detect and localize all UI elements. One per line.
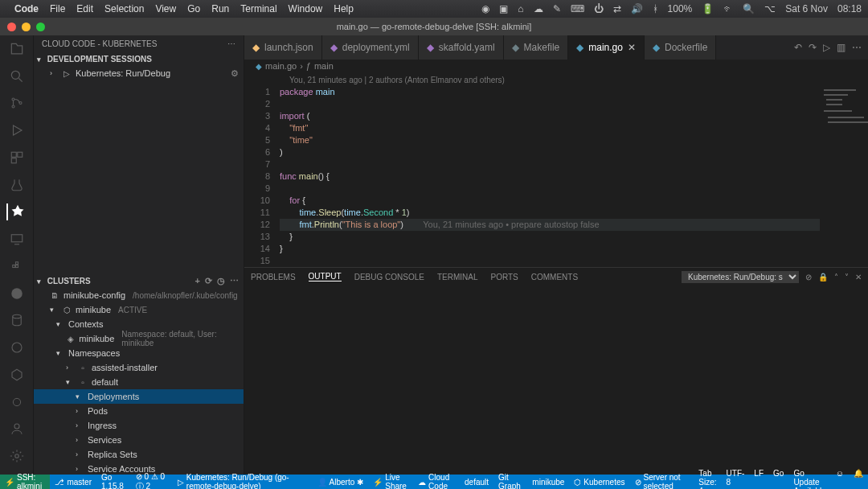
docker-icon[interactable]: [7, 257, 27, 275]
maximize-window[interactable]: [36, 23, 45, 31]
go-fwd-icon[interactable]: ↷: [809, 42, 817, 53]
battery[interactable]: 100%: [668, 3, 693, 14]
explorer-icon[interactable]: [7, 40, 27, 58]
panel-tab-debug[interactable]: DEBUG CONSOLE: [354, 273, 424, 281]
tray-icon[interactable]: ✎: [553, 3, 561, 14]
close-icon[interactable]: ✕: [855, 273, 862, 281]
tray-icon[interactable]: ⇄: [613, 3, 621, 14]
eol[interactable]: LF: [749, 469, 768, 478]
more-icon[interactable]: ⋯: [230, 276, 239, 286]
volume-icon[interactable]: 🔊: [631, 3, 643, 14]
panel-tab-ports[interactable]: PORTS: [491, 273, 518, 281]
editor-tab[interactable]: ◆Makefile: [504, 35, 569, 60]
resource-deployments[interactable]: ▾Deployments: [34, 389, 244, 404]
editor-tab[interactable]: ◆Dockerfile: [645, 35, 716, 60]
output-channel-select[interactable]: Kubernetes: Run/Debug: s: [682, 271, 799, 283]
test-icon[interactable]: [7, 176, 27, 194]
breadcrumb[interactable]: ◆ main.go › ƒ main: [244, 60, 868, 74]
cloud-code-status[interactable]: ☁ Cloud Code: [413, 475, 460, 489]
chevron-up-icon[interactable]: ˄: [834, 273, 838, 281]
tray-icon[interactable]: ◉: [481, 3, 489, 14]
menu-terminal[interactable]: Terminal: [240, 3, 276, 14]
user-status[interactable]: 👤 Alberto✱: [313, 475, 369, 489]
notifications-icon[interactable]: 🔔: [849, 469, 868, 478]
add-icon[interactable]: +: [195, 276, 200, 286]
gear-icon[interactable]: ⚙: [231, 68, 239, 79]
db-icon[interactable]: [7, 312, 27, 330]
server-status[interactable]: ⊘ Server not selected: [630, 475, 694, 489]
encoding[interactable]: UTF-8: [722, 469, 750, 487]
feedback-icon[interactable]: ☺: [831, 469, 849, 478]
liveshare[interactable]: ⚡ Live Share: [368, 475, 413, 489]
tray-icon[interactable]: ☁: [534, 3, 543, 14]
more-icon[interactable]: ⋯: [852, 42, 862, 53]
panel-tab-terminal[interactable]: TERMINAL: [437, 273, 478, 281]
close-window[interactable]: [7, 23, 16, 31]
resource-ingress[interactable]: ›Ingress: [34, 418, 244, 433]
problems-count[interactable]: ⊘ 0 ⚠ 0 ⓘ 2: [131, 475, 173, 489]
menu-edit[interactable]: Edit: [76, 3, 93, 14]
minimize-window[interactable]: [22, 23, 31, 31]
menu-selection[interactable]: Selection: [104, 3, 144, 14]
tray-icon[interactable]: ▣: [499, 3, 508, 14]
menu-go[interactable]: Go: [187, 3, 200, 14]
go-update[interactable]: Go Update Available: [788, 469, 830, 490]
refresh-icon[interactable]: ⟳: [205, 276, 212, 286]
section-clusters[interactable]: CLUSTERS: [47, 277, 91, 286]
clear-icon[interactable]: ⊘: [805, 273, 812, 281]
editor-tab[interactable]: ◆main.go✕: [568, 35, 645, 60]
git-branch[interactable]: ⎇ master: [50, 475, 96, 489]
k8s-icon[interactable]: [7, 366, 27, 384]
time[interactable]: 08:18: [837, 3, 862, 14]
menu-window[interactable]: Window: [289, 3, 323, 14]
search-icon[interactable]: 🔍: [743, 3, 755, 14]
generic-icon[interactable]: [7, 339, 27, 356]
run-icon[interactable]: ▷: [823, 42, 830, 53]
minikube-status[interactable]: minikube: [527, 475, 569, 489]
account-icon[interactable]: [7, 421, 27, 438]
resource-rs[interactable]: ›Replica Sets: [34, 447, 244, 462]
go-version[interactable]: Go 1.15.8: [96, 475, 131, 489]
editor-tab[interactable]: ◆skaffold.yaml: [419, 35, 504, 60]
gitgraph[interactable]: Git Graph: [493, 475, 527, 489]
editor-tab[interactable]: ◆deployment.yml: [322, 35, 419, 60]
date[interactable]: Sat 6 Nov: [785, 3, 828, 14]
k8s-status[interactable]: ⬡ Kubernetes: [569, 475, 629, 489]
app-name[interactable]: Code: [14, 3, 39, 14]
lock-icon[interactable]: 🔒: [818, 273, 828, 281]
panel-tab-comments[interactable]: COMMENTS: [531, 273, 578, 281]
menu-file[interactable]: File: [50, 3, 65, 14]
menu-view[interactable]: View: [155, 3, 176, 14]
more-icon[interactable]: ⋯: [227, 39, 235, 48]
run-icon[interactable]: [7, 121, 27, 139]
menu-run[interactable]: Run: [211, 3, 229, 14]
tray-icon[interactable]: ⌂: [518, 3, 523, 14]
settings-gear-icon[interactable]: [7, 447, 27, 465]
namespaces-row[interactable]: ▾Namespaces: [34, 346, 244, 360]
scm-icon[interactable]: [7, 95, 27, 113]
go-back-icon[interactable]: ↶: [794, 42, 802, 53]
ns-item[interactable]: ›▫assisted-installer: [34, 360, 244, 375]
generic-icon[interactable]: [7, 393, 27, 411]
wifi-icon[interactable]: ᯤ: [723, 3, 733, 14]
remote-icon[interactable]: [7, 230, 27, 248]
menu-help[interactable]: Help: [334, 3, 354, 14]
context-item[interactable]: ◈minikubeNamespace: default, User: minik…: [34, 331, 244, 346]
panel-tab-output[interactable]: OUTPUT: [309, 272, 342, 281]
editor-tab[interactable]: ◆launch.json: [244, 35, 322, 60]
control-center-icon[interactable]: ⌥: [764, 3, 776, 14]
resource-pods[interactable]: ›Pods: [34, 404, 244, 418]
tray-icon[interactable]: ⌨: [571, 3, 584, 14]
search-icon[interactable]: [7, 68, 27, 85]
panel-tab-problems[interactable]: PROBLEMS: [251, 273, 296, 281]
namespace-status[interactable]: default: [460, 475, 493, 489]
kubeconfig-row[interactable]: 🗎 minikube-config /home/alknopfler/.kube…: [34, 288, 244, 302]
language-mode[interactable]: Go: [768, 469, 788, 478]
split-icon[interactable]: ▥: [837, 42, 845, 53]
tray-icon[interactable]: ⏻: [594, 3, 604, 14]
extensions-icon[interactable]: [7, 149, 27, 166]
codelens[interactable]: You, 21 minutes ago | 2 authors (Anton E…: [244, 73, 868, 86]
output-body[interactable]: [244, 286, 868, 475]
minimap[interactable]: [820, 86, 868, 267]
code-editor[interactable]: 123456789101112131415 package mainimport…: [244, 86, 868, 267]
